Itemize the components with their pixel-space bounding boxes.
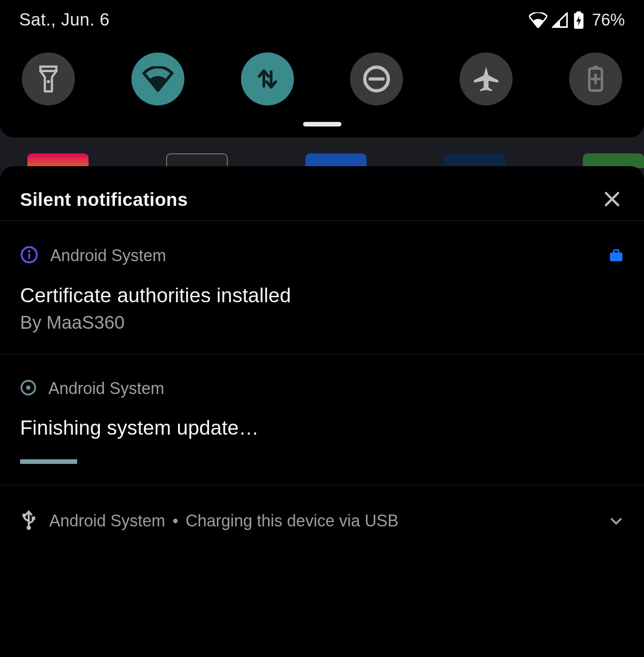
- cell-signal-icon: [552, 12, 568, 28]
- work-profile-icon: [608, 249, 624, 263]
- qs-battery-saver[interactable]: [569, 53, 622, 105]
- flashlight-icon: [37, 65, 60, 93]
- usb-icon: [20, 510, 37, 532]
- wifi-icon: [142, 66, 174, 92]
- svg-point-14: [26, 385, 31, 390]
- svg-rect-16: [31, 516, 35, 520]
- shade-drag-handle[interactable]: [303, 122, 341, 126]
- notification-item[interactable]: Android System Finishing system update…: [0, 354, 644, 485]
- chevron-down-icon: [608, 513, 624, 529]
- quick-settings-tiles: [0, 34, 644, 114]
- airplane-icon: [471, 64, 501, 94]
- quick-settings-shade: Sat., Jun. 6 76%: [0, 0, 644, 137]
- expand-button[interactable]: [608, 513, 624, 529]
- data-arrows-icon: [256, 66, 279, 92]
- wifi-icon: [529, 12, 547, 28]
- svg-point-9: [28, 250, 30, 252]
- notification-collapsed-text: Android System • Charging this device vi…: [49, 511, 597, 531]
- battery-charging-icon: [573, 11, 585, 29]
- close-icon: [603, 190, 621, 208]
- qs-airplane-mode[interactable]: [460, 53, 513, 105]
- status-date: Sat., Jun. 6: [19, 10, 110, 30]
- notification-item[interactable]: Android System Certificate authorities i…: [0, 221, 644, 354]
- notification-app-name: Android System: [50, 246, 166, 265]
- battery-saver-icon: [586, 65, 605, 93]
- svg-point-3: [47, 80, 50, 83]
- notifications-panel: Silent notifications Android System: [0, 166, 644, 657]
- notification-app-name: Android System: [48, 379, 164, 398]
- progress-fill: [20, 459, 77, 464]
- svg-rect-10: [28, 254, 30, 259]
- svg-point-17: [26, 526, 31, 530]
- svg-rect-12: [614, 250, 619, 253]
- notification-body: By MaaS360: [20, 312, 624, 333]
- silent-section-header: Silent notifications: [0, 166, 644, 221]
- svg-rect-7: [593, 66, 598, 69]
- silent-section-title: Silent notifications: [20, 189, 188, 210]
- battery-percentage: 76%: [592, 11, 625, 30]
- qs-wifi[interactable]: [131, 53, 184, 105]
- qs-do-not-disturb[interactable]: [350, 53, 403, 105]
- dnd-icon: [362, 65, 391, 93]
- qs-mobile-data[interactable]: [241, 53, 294, 105]
- clear-silent-button[interactable]: [600, 187, 624, 213]
- notification-item-collapsed[interactable]: Android System • Charging this device vi…: [0, 485, 644, 550]
- notification-title: Finishing system update…: [20, 416, 624, 439]
- system-update-icon: [20, 379, 37, 398]
- progress-bar: [20, 459, 624, 464]
- svg-point-15: [22, 514, 26, 517]
- status-bar: Sat., Jun. 6 76%: [0, 0, 644, 34]
- notification-title: Certificate authorities installed: [20, 284, 624, 307]
- qs-flashlight[interactable]: [22, 53, 75, 105]
- status-icons: 76%: [529, 11, 625, 30]
- info-icon: [20, 246, 38, 266]
- svg-rect-1: [576, 11, 581, 14]
